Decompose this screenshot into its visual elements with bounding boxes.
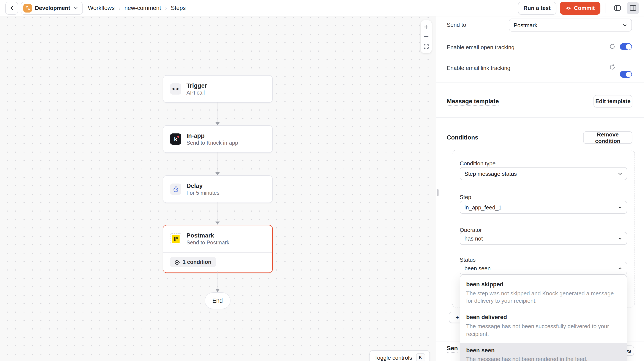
delay-node[interactable]: Delay For 5 minutes [163,175,273,203]
send-to-label: Send to [447,22,466,29]
top-bar: Development Workflows › new-comment › St… [0,0,644,17]
step-select[interactable]: in_app_feed_1 [460,201,627,214]
section-divider [436,82,644,83]
breadcrumb-workflow-name[interactable]: new-comment [124,5,161,11]
node-subtitle: Send to Postmark [186,240,230,246]
postmark-node[interactable]: P Postmark Send to Postmark 1 condition [163,225,273,273]
edge-connector [217,152,218,173]
edge-connector [217,271,218,289]
edge-arrowhead-icon [216,289,220,292]
send-windows-heading-partial: Sen [447,344,458,353]
step-label: Step [460,194,471,200]
environment-switcher[interactable]: Development [21,2,83,15]
chevron-down-icon [618,236,622,241]
edge-connector [217,202,218,222]
minus-icon [424,34,429,40]
right-panel-toggle-button[interactable] [627,2,639,14]
environment-label: Development [35,5,70,11]
toolbar-divider [606,3,606,13]
fit-view-button[interactable] [422,43,430,50]
node-title: Trigger [186,82,207,89]
fit-view-icon [424,44,429,49]
status-option-been-delivered[interactable]: been delivered The message has not been … [460,310,627,343]
run-a-test-button[interactable]: Run a test [518,2,556,15]
edge-arrowhead-icon [216,221,220,225]
section-divider [436,117,644,118]
panel-scrollbar[interactable] [437,189,438,196]
node-subtitle: Send to Knock in-app [186,140,238,146]
status-option-been-seen[interactable]: been seen The message has not been rende… [460,343,627,361]
workflow-branch-icon [23,4,32,12]
toggle-controls-button[interactable]: Toggle controls K [370,350,430,361]
breadcrumb-separator: › [165,5,167,12]
node-title: Postmark [186,232,230,239]
conditions-heading: Conditions [447,134,478,142]
chevron-up-icon [618,266,622,270]
plus-icon [424,24,429,30]
zoom-out-button[interactable] [422,33,430,40]
left-panel-toggle-button[interactable] [611,2,623,14]
breadcrumb-workflows[interactable]: Workflows [88,5,114,11]
node-title: In-app [186,132,238,139]
workflow-editor: Development Workflows › new-comment › St… [0,0,644,361]
code-icon: <> [170,83,181,95]
condition-count-badge[interactable]: 1 condition [170,257,216,267]
email-open-tracking-label: Enable email open tracking [447,44,514,51]
node-title: Delay [186,182,220,189]
chevron-down-icon [73,6,78,10]
keyboard-shortcut-badge: K [416,353,425,361]
commit-button[interactable]: Commit [560,2,600,15]
remove-condition-button[interactable]: Remove condition [583,131,632,144]
back-button[interactable] [5,2,18,15]
refresh-icon[interactable] [609,64,616,70]
node-subtitle: For 5 minutes [186,190,220,196]
status-combobox[interactable]: been seen [460,262,627,275]
edge-arrowhead-icon [216,122,220,125]
stopwatch-icon [170,184,181,195]
git-commit-icon [565,5,571,11]
panel-left-icon [614,4,621,12]
workflow-canvas[interactable]: <> Trigger API call k In-app Send to Kno… [0,17,436,361]
chevron-down-icon [618,205,622,210]
operator-select[interactable]: has not [460,232,627,245]
zoom-in-button[interactable] [422,23,430,31]
step-settings-panel: Send to Postmark Enable email open track… [436,17,644,361]
breadcrumb: Workflows › new-comment › Steps [88,5,186,12]
breadcrumb-separator: › [118,5,120,12]
knock-logo-icon: k [170,133,181,145]
chevron-down-icon [618,171,622,176]
node-subtitle: API call [186,90,207,96]
email-open-tracking-toggle[interactable] [620,43,632,50]
in-app-node[interactable]: k In-app Send to Knock in-app [163,125,273,153]
chevron-down-icon [622,23,627,28]
panel-right-icon [629,4,636,12]
condition-type-label: Condition type [460,160,496,167]
message-template-heading: Message template [447,98,499,106]
send-to-select[interactable]: Postmark [509,19,632,32]
postmark-logo-icon: P [170,233,181,244]
canvas-zoom-controls [421,20,432,53]
status-dropdown-menu: been skipped The step was not skipped an… [460,275,627,361]
chevron-left-icon [9,5,14,11]
email-link-tracking-toggle[interactable] [620,71,632,78]
end-node[interactable]: End [204,292,230,309]
email-link-tracking-label: Enable email link tracking [447,65,510,71]
edit-template-button[interactable]: Edit template [594,95,632,108]
condition-type-select[interactable]: Step message status [460,167,627,180]
status-option-been-skipped[interactable]: been skipped The step was not skipped an… [460,277,627,310]
edge-arrowhead-icon [216,172,220,175]
circle-check-icon [174,259,180,265]
refresh-icon[interactable] [609,43,616,50]
edge-connector [217,102,218,123]
breadcrumb-steps[interactable]: Steps [171,5,186,11]
trigger-node[interactable]: <> Trigger API call [163,75,273,103]
